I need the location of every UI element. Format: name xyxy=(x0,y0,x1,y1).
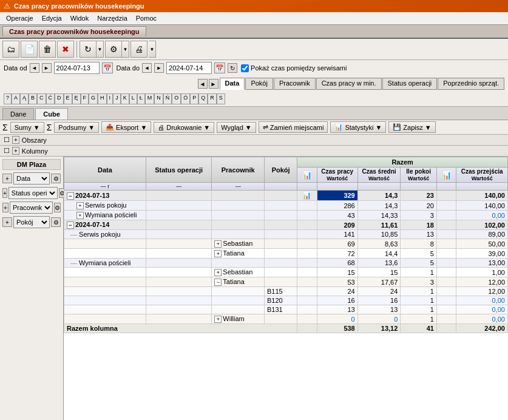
plus-data[interactable]: + xyxy=(2,174,12,183)
expand-btn[interactable]: + xyxy=(214,240,222,248)
select-status[interactable]: Status operi xyxy=(8,187,58,199)
alpha-Ń[interactable]: Ń xyxy=(163,93,172,104)
tab-pracownik[interactable]: Pracownik xyxy=(274,78,316,90)
plus-pracownik[interactable]: + xyxy=(2,203,8,212)
alpha-A[interactable]: A xyxy=(12,93,20,104)
alpha-C[interactable]: C xyxy=(37,93,46,104)
checkbox-pokaz-input[interactable] xyxy=(241,64,249,72)
alpha-Ę[interactable]: Ę xyxy=(72,93,81,104)
col-expand1[interactable]: + xyxy=(12,147,19,155)
module-tab[interactable]: Czas pracy pracowników housekeepingu xyxy=(2,26,146,36)
expand-btn[interactable]: − xyxy=(214,279,222,286)
gear-pokoj[interactable]: ⚙ xyxy=(51,217,61,227)
toolbar-refresh-btn[interactable]: ↻ xyxy=(80,41,97,58)
menu-operacje[interactable]: Operacje xyxy=(2,13,37,23)
tab-poprzednio[interactable]: Poprzednio sprząt. xyxy=(438,78,504,90)
zamien-btn[interactable]: ⇌ Zamień miejscami xyxy=(259,121,328,133)
plus-pokoj[interactable]: + xyxy=(2,217,12,227)
tab-czas-pracy[interactable]: Czas pracy w min. xyxy=(316,78,382,90)
statystyki-btn[interactable]: 📊 Statystyki▼ xyxy=(330,121,386,133)
toolbar-close-btn[interactable]: ✖ xyxy=(57,41,74,58)
wyglad-btn[interactable]: Wygląd▼ xyxy=(217,122,256,133)
select-pracownik[interactable]: Pracownk xyxy=(10,202,53,214)
zapisz-btn[interactable]: 💾 Zapisz▼ xyxy=(388,121,435,133)
areas-label: Obszary xyxy=(22,137,47,144)
expand-btn[interactable]: + xyxy=(214,250,222,257)
toolbar-new-btn[interactable]: 📄 xyxy=(21,41,38,58)
expand-areas[interactable]: + xyxy=(12,136,19,144)
eksport-btn[interactable]: 📤 Eksport▼ xyxy=(101,121,151,133)
select-data[interactable]: Data xyxy=(13,172,50,185)
menu-pomoc[interactable]: Pomoc xyxy=(132,13,160,23)
tab-pokoj[interactable]: Pokój xyxy=(245,78,273,90)
col-checkbox1[interactable]: ☐ xyxy=(4,147,10,155)
select-pokoj[interactable]: Pokój xyxy=(13,216,50,228)
alpha-H[interactable]: H xyxy=(98,93,107,104)
sumy-btn[interactable]: Sumy▼ xyxy=(10,122,44,133)
tab-status-operacji[interactable]: Status operacji xyxy=(382,78,438,90)
toolbar-back-btn[interactable]: 🗂 xyxy=(2,41,19,58)
gear-pracownik[interactable]: ⚙ xyxy=(54,203,61,212)
toolbar-print-btn[interactable]: 🖨 xyxy=(130,41,147,58)
drukowanie-btn[interactable]: 🖨 Drukowanie▼ xyxy=(154,122,214,133)
nav-next-od[interactable]: ► xyxy=(42,63,52,73)
refresh-small-btn[interactable]: ↻ xyxy=(228,63,237,73)
toolbar-refresh-arrow[interactable]: ▼ xyxy=(97,41,104,58)
alpha-S[interactable]: S xyxy=(217,93,225,104)
cell-czas-przejscia: 0,00 xyxy=(456,296,508,305)
cell-czas-sredni: 17,67 xyxy=(357,277,401,287)
menu-edycja[interactable]: Edycja xyxy=(38,13,66,23)
alpha-Ć[interactable]: Ć xyxy=(46,93,55,104)
alpha-D[interactable]: D xyxy=(55,93,64,104)
alpha-Ó[interactable]: Ó xyxy=(181,93,190,104)
columns-area: ☐ + Kolumny xyxy=(0,146,508,157)
alpha-I[interactable]: I xyxy=(107,93,113,104)
alpha-question[interactable]: ? xyxy=(4,93,12,104)
nav-arrow-left[interactable]: ◄ xyxy=(198,79,208,89)
alpha-G[interactable]: G xyxy=(89,93,98,104)
alpha-M[interactable]: M xyxy=(145,93,155,104)
alpha-K[interactable]: K xyxy=(121,93,129,104)
alpha-N[interactable]: N xyxy=(154,93,163,104)
toolbar-print-arrow[interactable]: ▼ xyxy=(149,41,156,58)
nav-arrow-right[interactable]: ► xyxy=(209,79,218,89)
data-od-input[interactable] xyxy=(54,62,100,74)
menu-widok[interactable]: Widok xyxy=(67,13,93,23)
expand-btn[interactable]: − xyxy=(67,222,74,229)
cell-chart-total xyxy=(297,324,317,333)
alpha-L[interactable]: L xyxy=(129,93,137,104)
podsumy-btn[interactable]: Podsumy▼ xyxy=(54,122,99,133)
alpha-P[interactable]: P xyxy=(190,93,198,104)
cal-od-btn[interactable]: 📅 xyxy=(102,63,113,73)
alpha-Ł[interactable]: Ł xyxy=(137,93,145,104)
alpha-B[interactable]: B xyxy=(29,93,37,104)
tab-dane[interactable]: Dane xyxy=(2,108,34,120)
menu-narzedzia[interactable]: Narzędzia xyxy=(93,13,131,23)
checkbox-pokaz[interactable]: Pokaż czas pomiędzy serwisami xyxy=(241,64,347,72)
alpha-R[interactable]: R xyxy=(208,93,217,104)
expand-btn[interactable]: + xyxy=(214,269,222,276)
alpha-E[interactable]: E xyxy=(64,93,72,104)
toolbar-delete-btn[interactable]: 🗑 xyxy=(39,41,56,58)
plus-status[interactable]: + xyxy=(2,188,7,198)
alpha-F[interactable]: F xyxy=(81,93,89,104)
nav-next-do[interactable]: ► xyxy=(154,63,164,73)
alpha-Ą[interactable]: Ą xyxy=(20,93,29,104)
checkbox-areas[interactable]: ☐ xyxy=(4,136,10,144)
alpha-J[interactable]: J xyxy=(113,93,121,104)
alpha-Q[interactable]: Q xyxy=(198,93,208,104)
nav-prev-do[interactable]: ◄ xyxy=(142,63,152,73)
expand-btn[interactable]: − xyxy=(67,192,74,200)
gear-data[interactable]: ⚙ xyxy=(51,174,61,183)
expand-btn[interactable]: + xyxy=(76,212,84,219)
data-do-input[interactable] xyxy=(166,62,212,74)
nav-prev-od[interactable]: ◄ xyxy=(30,63,39,73)
tab-data[interactable]: Data xyxy=(220,78,245,90)
toolbar-settings-btn[interactable]: ⚙ xyxy=(105,41,122,58)
alpha-O[interactable]: O xyxy=(172,93,181,104)
toolbar-settings-arrow[interactable]: ▼ xyxy=(122,41,129,58)
tab-cube[interactable]: Cube xyxy=(35,108,68,120)
expand-btn[interactable]: + xyxy=(76,202,84,209)
expand-btn[interactable]: + xyxy=(214,316,222,323)
cal-do-btn[interactable]: 📅 xyxy=(214,63,225,73)
